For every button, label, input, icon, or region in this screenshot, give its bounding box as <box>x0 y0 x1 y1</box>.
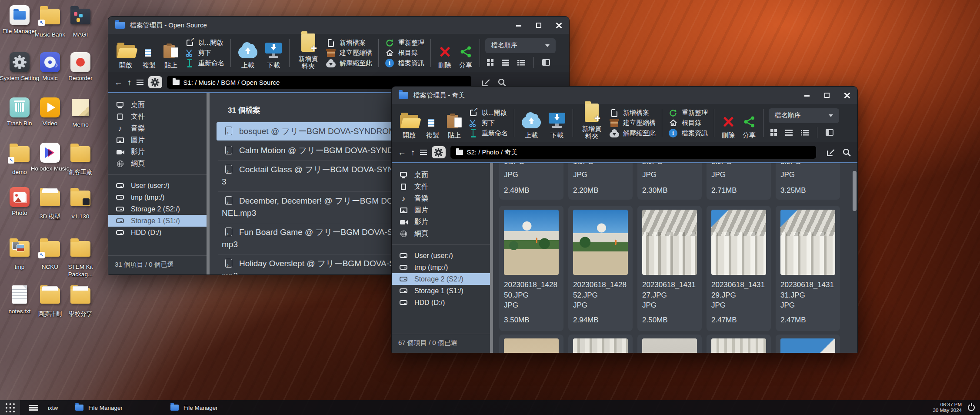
sidebar-item-desktop[interactable]: 桌面 <box>392 169 490 181</box>
paste-button[interactable]: 貼上 <box>160 37 182 70</box>
extract-here-button[interactable]: 解壓縮至此 <box>326 58 372 68</box>
photo-cell[interactable]: 20230618_143129.JPGJPG2.47MB <box>707 206 771 331</box>
search-icon[interactable] <box>497 78 507 87</box>
sidebar-item-web[interactable]: 網頁 <box>392 228 490 240</box>
photo-cell-partial[interactable] <box>568 335 633 353</box>
vertical-scrollbar[interactable] <box>853 171 857 211</box>
sidebar-drive-user[interactable]: User (user:/) <box>392 250 490 261</box>
share-button[interactable]: 分享 <box>739 107 760 140</box>
upload-button[interactable]: 上載 <box>518 107 545 140</box>
sidebar-item-desktop[interactable]: 桌面 <box>108 99 207 111</box>
open-button[interactable]: 開啟 <box>113 37 139 70</box>
grid-view-button[interactable] <box>770 129 777 136</box>
taskbar-task-file-manager-1[interactable]: File Manager <box>69 400 129 415</box>
sidebar-item-web[interactable]: 網頁 <box>108 158 207 170</box>
desktop-icon-memo[interactable]: Memo <box>65 97 96 128</box>
sidebar-item-pictures[interactable]: 圖片 <box>392 204 490 216</box>
photo-cell-partial[interactable]: 0.JPGJPG2.48MB <box>499 163 563 200</box>
settings-button[interactable] <box>432 146 446 158</box>
new-folder-button[interactable]: 新增資料夾 <box>577 107 607 140</box>
file-info-button[interactable]: 檔案資訊 <box>385 58 424 68</box>
open-with-button[interactable]: 以...開啟 <box>185 38 224 48</box>
back-button[interactable]: ← <box>114 78 123 87</box>
sidebar-item-documents[interactable]: 文件 <box>108 111 207 123</box>
delete-button[interactable]: 刪除 <box>718 107 739 140</box>
sidebar-splitter[interactable] <box>490 163 493 353</box>
maximize-button[interactable] <box>535 22 542 29</box>
desktop-icon-file-manager[interactable]: File Manager <box>4 5 35 35</box>
desktop-icon-stem-kit[interactable]: STEM Kit Packag... <box>65 238 96 278</box>
rename-button[interactable]: 重新命名 <box>185 58 224 68</box>
search-icon[interactable] <box>842 148 851 157</box>
refresh-button[interactable]: 重新整理 <box>385 38 424 48</box>
copy-button[interactable]: 複製 <box>422 107 443 140</box>
close-button[interactable] <box>843 92 850 99</box>
minimize-button[interactable] <box>515 22 522 29</box>
photo-cell-partial[interactable]: 2.JPGJPG2.30MB <box>637 163 702 200</box>
sidebar-drive-storage1-selected[interactable]: Storage 1 (S1:/) <box>108 215 207 227</box>
taskbar-menu-icon[interactable] <box>29 405 38 411</box>
photo-cell[interactable]: 20230618_143127.JPGJPG2.50MB <box>637 206 702 331</box>
sidebar-drive-hdd[interactable]: HDD (D:/) <box>392 297 490 308</box>
root-dir-button[interactable]: 根目錄 <box>385 48 424 58</box>
new-file-button[interactable]: 新增檔案 <box>610 108 656 118</box>
delete-button[interactable]: 刪除 <box>434 37 455 70</box>
create-archive-button[interactable]: 建立壓縮檔 <box>326 48 372 58</box>
edit-path-icon[interactable] <box>481 78 490 87</box>
column-view-button[interactable] <box>542 59 550 66</box>
sidebar-item-documents[interactable]: 文件 <box>392 181 490 193</box>
new-file-button[interactable]: 新增檔案 <box>326 38 372 48</box>
copy-button[interactable]: 複製 <box>139 37 160 70</box>
extract-here-button[interactable]: 解壓縮至此 <box>610 128 656 138</box>
desktop-icon-recorder[interactable]: Recorder <box>65 52 96 82</box>
taskbar-task-file-manager-2[interactable]: File Manager <box>164 400 224 415</box>
power-icon[interactable] <box>968 404 975 411</box>
app-launcher-button[interactable] <box>0 400 20 415</box>
sidebar-drive-user[interactable]: User (user:/) <box>108 180 207 191</box>
refresh-button[interactable]: 重新整理 <box>668 108 708 118</box>
photo-cell[interactable]: 20230618_142852.JPGJPG2.94MB <box>568 206 633 331</box>
list-view-button[interactable] <box>502 60 509 66</box>
address-bar[interactable]: S2: / Photo / 奇美 <box>450 146 817 159</box>
create-archive-button[interactable]: 建立壓縮檔 <box>610 118 656 128</box>
paste-button[interactable]: 貼上 <box>443 107 466 140</box>
photo-cell[interactable]: 20230618_142850.JPGJPG3.50MB <box>499 206 563 331</box>
up-button[interactable]: ↑ <box>127 78 132 87</box>
menu-button[interactable] <box>420 150 427 155</box>
sidebar-item-music[interactable]: ♪音樂 <box>108 123 207 134</box>
sidebar-item-videos[interactable]: 影片 <box>108 146 207 158</box>
sidebar-drive-storage2-selected[interactable]: Storage 2 (S2:/) <box>392 273 490 285</box>
sidebar-drive-storage1[interactable]: Storage 1 (S1:/) <box>392 285 490 297</box>
edit-path-icon[interactable] <box>826 148 835 157</box>
titlebar[interactable]: 檔案管理員 - 奇美 <box>392 87 857 104</box>
photo-cell-partial[interactable] <box>637 335 702 353</box>
open-button[interactable]: 開啟 <box>396 107 422 140</box>
file-info-button[interactable]: 檔案資訊 <box>668 128 708 138</box>
desktop-icon-magi[interactable]: MAGI <box>65 5 96 38</box>
sidebar-drive-tmp[interactable]: tmp (tmp:/) <box>108 191 207 203</box>
cut-button[interactable]: 剪下 <box>185 48 224 58</box>
taskbar-clock[interactable]: 06:37 PM 30 May 2024 <box>933 402 962 414</box>
photo-cell-partial[interactable]: 3.JPGJPG3.25MB <box>776 163 840 200</box>
rename-button[interactable]: 重新命名 <box>468 128 508 138</box>
photo-cell-partial[interactable]: 1.JPGJPG2.20MB <box>568 163 633 200</box>
sidebar-drive-storage2[interactable]: Storage 2 (S2:/) <box>108 203 207 215</box>
sort-order-dropdown[interactable]: 檔名順序 <box>769 108 839 123</box>
close-button[interactable] <box>555 22 562 29</box>
desktop-icon-v1130[interactable]: v1.130 <box>65 187 96 220</box>
list-view-button[interactable] <box>785 130 793 136</box>
download-button[interactable]: 下載 <box>261 37 286 70</box>
desktop-icon-holodex-music[interactable]: Holodex Music <box>35 143 65 172</box>
sidebar-splitter[interactable] <box>207 93 210 274</box>
root-dir-button[interactable]: 根目錄 <box>668 118 708 128</box>
desktop-icon-photo[interactable]: Photo <box>4 187 35 217</box>
sidebar-drive-hdd[interactable]: HDD (D:/) <box>108 227 207 238</box>
sidebar-item-videos[interactable]: 影片 <box>392 216 490 228</box>
column-view-button[interactable] <box>826 129 833 136</box>
back-button[interactable]: ← <box>398 148 406 157</box>
settings-button[interactable] <box>148 76 162 88</box>
download-button[interactable]: 下載 <box>545 107 569 140</box>
photo-cell[interactable]: 20230618_143131.JPGJPG2.47MB <box>776 206 840 331</box>
photo-cell-partial[interactable] <box>776 335 840 353</box>
menu-button[interactable] <box>137 80 143 85</box>
